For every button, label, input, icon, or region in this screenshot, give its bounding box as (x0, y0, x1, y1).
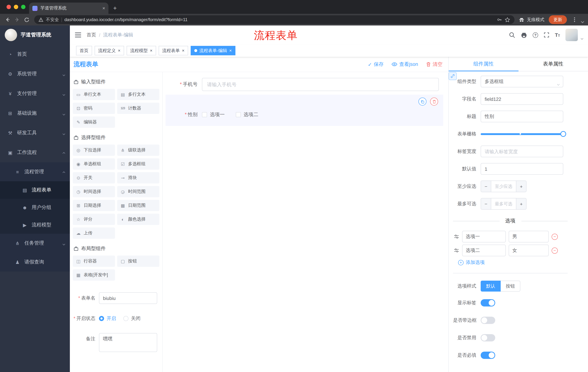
remove-option-button[interactable]: − (552, 234, 558, 240)
fullscreen-icon[interactable] (544, 32, 549, 38)
clear-button[interactable]: 清空 (426, 61, 442, 67)
min-select-input[interactable] (491, 181, 516, 192)
checkbox-icon[interactable] (236, 112, 241, 117)
palette-item-radio-group[interactable]: ◉单选框组 (73, 158, 115, 170)
add-option-button[interactable]: + 添加选项 (458, 259, 588, 266)
field-name-input[interactable] (481, 93, 563, 105)
sidebar-item-task-management[interactable]: ⋔ 任务管理 (0, 234, 70, 253)
option-value-input[interactable] (509, 244, 549, 256)
form-remark-textarea[interactable]: 嘿嘿 (99, 333, 157, 352)
close-icon[interactable]: × (150, 48, 152, 53)
style-default-button[interactable]: 默认 (481, 281, 501, 292)
tab-close-icon[interactable]: × (102, 5, 105, 11)
copy-component-button[interactable] (419, 97, 426, 106)
toolbar-chevron-icon[interactable] (581, 20, 584, 23)
palette-item-time-range[interactable]: ◶时间范围 (117, 186, 159, 197)
status-off-radio[interactable]: 关闭 (123, 315, 140, 322)
palette-item-select[interactable]: ◎下拉选择 (73, 145, 115, 156)
forward-icon[interactable] (12, 15, 22, 24)
window-minimize-button[interactable] (14, 5, 18, 9)
palette-item-password[interactable]: ⊡密码 (73, 103, 115, 114)
tab-form-props[interactable]: 表单属性 (518, 57, 588, 71)
bookmark-star-icon[interactable] (505, 17, 510, 22)
view-json-button[interactable]: 查看json (391, 61, 418, 67)
palette-item-button[interactable]: ▢按钮 (117, 255, 159, 267)
slider-handle[interactable] (560, 131, 566, 137)
search-icon[interactable] (509, 32, 515, 38)
status-on-radio[interactable]: 开启 (99, 315, 116, 322)
sidebar-item-infrastructure[interactable]: ⊞ 基础设施 (0, 103, 70, 123)
tag-process-model[interactable]: 流程模型 × (127, 46, 156, 55)
canvas-field-phone[interactable]: 手机号 (166, 78, 443, 91)
font-size-icon[interactable] (555, 32, 560, 37)
grid-slider[interactable] (481, 128, 563, 140)
sidebar-item-dev-tools[interactable]: ⚒ 研发工具 (0, 123, 70, 143)
sidebar-item-user-group[interactable]: ☻ 用户分组 (0, 199, 70, 216)
remove-option-button[interactable]: − (552, 247, 558, 254)
canvas-field-gender-selected[interactable]: 性别 选项一 选项二 (166, 95, 443, 126)
tag-process-form[interactable]: 流程表单 × (159, 46, 188, 55)
palette-item-counter[interactable]: 123计数器 (117, 103, 159, 114)
browser-tab[interactable]: 芋道管理系统 × (29, 2, 108, 14)
address-bar[interactable]: 不安全 dashboard.yudao.iocoder.cn/bpm/manag… (34, 15, 514, 24)
sidebar-item-leave-query[interactable]: ♟ 请假查询 (0, 253, 70, 272)
disabled-toggle[interactable] (481, 334, 495, 341)
tag-process-form-edit[interactable]: 流程表单-编辑 × (191, 46, 235, 55)
delete-component-button[interactable] (430, 97, 438, 106)
option-value-input[interactable] (509, 231, 549, 242)
breadcrumb-home[interactable]: 首页 (87, 32, 96, 38)
palette-item-switch[interactable]: ⊙开关 (73, 172, 115, 183)
phone-input[interactable] (202, 78, 439, 91)
increase-button[interactable]: + (516, 181, 526, 192)
sidebar-item-payment-management[interactable]: ¥ 支付管理 (0, 84, 70, 103)
help-icon[interactable] (533, 32, 538, 38)
drag-handle-icon[interactable] (454, 234, 459, 239)
github-icon[interactable] (521, 32, 527, 38)
close-icon[interactable]: × (229, 48, 232, 53)
option-name-input[interactable] (462, 244, 506, 256)
increase-button[interactable]: + (516, 198, 526, 209)
gender-option-2[interactable]: 选项二 (236, 111, 258, 118)
window-zoom-button[interactable] (21, 5, 25, 9)
style-button-button[interactable]: 按钮 (501, 281, 520, 292)
sidebar-item-process-model[interactable]: ▶ 流程模型 (0, 216, 70, 234)
window-close-button[interactable] (7, 5, 11, 9)
close-icon[interactable]: × (182, 48, 184, 53)
palette-item-row-container[interactable]: ◫行容器 (73, 255, 115, 267)
border-toggle[interactable] (481, 317, 495, 324)
palette-item-multi-line-text[interactable]: ▤多行文本 (117, 89, 159, 100)
save-button[interactable]: ✓ 保存 (368, 61, 384, 67)
link-icon[interactable] (449, 72, 457, 80)
gender-option-1[interactable]: 选项一 (202, 111, 225, 118)
max-select-input[interactable] (491, 198, 516, 209)
browser-menu-icon[interactable] (570, 15, 579, 24)
palette-item-date-picker[interactable]: ⊞日期选择 (73, 200, 115, 211)
reload-icon[interactable] (22, 15, 31, 24)
sidebar-item-home[interactable]: ◔ 首页 (0, 44, 70, 64)
avatar-caret-icon[interactable] (581, 34, 583, 41)
sidebar-item-process-management[interactable]: ≡ 流程管理 (0, 162, 70, 181)
palette-item-single-line-text[interactable]: ▭单行文本 (73, 89, 115, 100)
decrease-button[interactable]: − (481, 198, 491, 209)
palette-item-rate[interactable]: ☆评分 (73, 214, 115, 225)
hamburger-icon[interactable] (75, 32, 81, 37)
palette-item-checkbox-group[interactable]: ☑多选框组 (117, 158, 159, 170)
palette-item-date-range[interactable]: ▩日期范围 (117, 200, 159, 211)
back-icon[interactable] (3, 15, 12, 24)
title-input[interactable] (481, 111, 563, 122)
close-icon[interactable]: × (118, 48, 120, 53)
option-name-input[interactable] (462, 231, 506, 242)
drag-handle-icon[interactable] (454, 248, 459, 253)
required-toggle[interactable] (481, 352, 495, 359)
palette-item-slider[interactable]: ⊸滑块 (117, 172, 159, 183)
tab-component-props[interactable]: 组件属性 (449, 57, 518, 71)
avatar[interactable] (566, 29, 578, 41)
label-width-input[interactable] (481, 146, 563, 157)
palette-item-color-picker[interactable]: ◐颜色选择 (117, 214, 159, 225)
palette-item-cascader[interactable]: ⋔级联选择 (117, 145, 159, 156)
update-button[interactable]: 更新 (549, 15, 567, 24)
show-label-toggle[interactable] (481, 299, 495, 307)
decrease-button[interactable]: − (481, 181, 491, 192)
palette-item-table[interactable]: ▦表格[开发中] (73, 269, 115, 281)
palette-item-upload[interactable]: ☁上传 (73, 227, 115, 239)
